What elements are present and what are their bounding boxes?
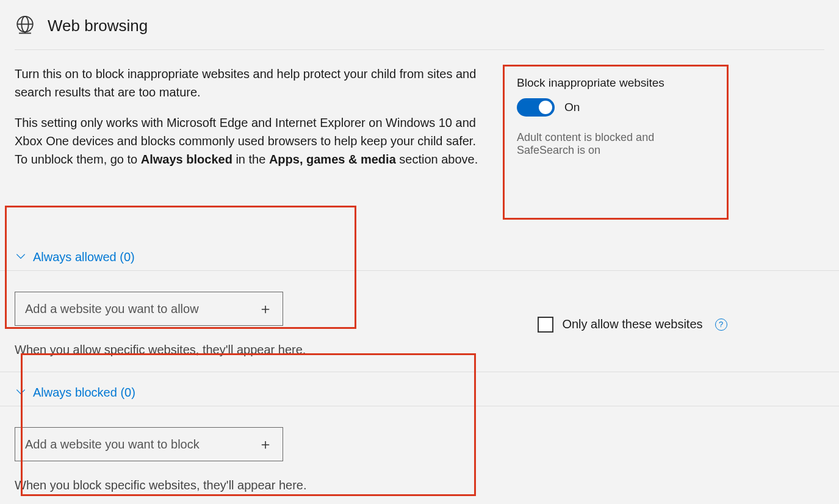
add-allowed-website-input[interactable]: Add a website you want to allow ＋ xyxy=(15,292,283,326)
always-allowed-header[interactable]: Always allowed (0) xyxy=(0,244,839,271)
toggle-state-label: On xyxy=(564,101,580,114)
add-blocked-website-input[interactable]: Add a website you want to block ＋ xyxy=(15,427,283,461)
only-allow-label: Only allow these websites xyxy=(562,317,702,331)
only-allow-checkbox[interactable] xyxy=(538,317,553,333)
block-websites-panel: Block inappropriate websites On Adult co… xyxy=(503,65,729,220)
block-websites-toggle[interactable] xyxy=(517,98,555,117)
add-blocked-placeholder: Add a website you want to block xyxy=(25,437,200,452)
always-allowed-help: When you allow specific websites, they'l… xyxy=(15,343,306,357)
always-allowed-heading-text: Always allowed (0) xyxy=(33,250,135,264)
intro-paragraph-1: Turn this on to block inappropriate webs… xyxy=(15,65,478,101)
always-blocked-section: Always blocked (0) Add a website you wan… xyxy=(0,380,839,504)
page-title: Web browsing xyxy=(48,16,148,35)
globe-icon xyxy=(15,15,35,37)
plus-icon: ＋ xyxy=(258,434,273,454)
chevron-down-icon xyxy=(15,386,27,400)
always-blocked-header[interactable]: Always blocked (0) xyxy=(0,380,839,406)
block-websites-status: Adult content is blocked and SafeSearch … xyxy=(517,131,715,157)
plus-icon: ＋ xyxy=(258,299,273,319)
chevron-down-icon xyxy=(15,250,27,264)
intro-paragraph-2: This setting only works with Microsoft E… xyxy=(15,113,478,168)
intro-text: Turn this on to block inappropriate webs… xyxy=(15,65,478,181)
block-websites-title: Block inappropriate websites xyxy=(517,76,715,90)
toggle-knob xyxy=(539,101,552,114)
web-browsing-header: Web browsing xyxy=(15,15,824,50)
help-icon[interactable]: ? xyxy=(715,319,727,331)
always-blocked-help: When you block specific websites, they'l… xyxy=(15,478,824,492)
always-blocked-heading-text: Always blocked (0) xyxy=(33,386,135,400)
always-allowed-section: Always allowed (0) Add a website you wan… xyxy=(0,244,839,372)
add-allowed-placeholder: Add a website you want to allow xyxy=(25,302,199,316)
